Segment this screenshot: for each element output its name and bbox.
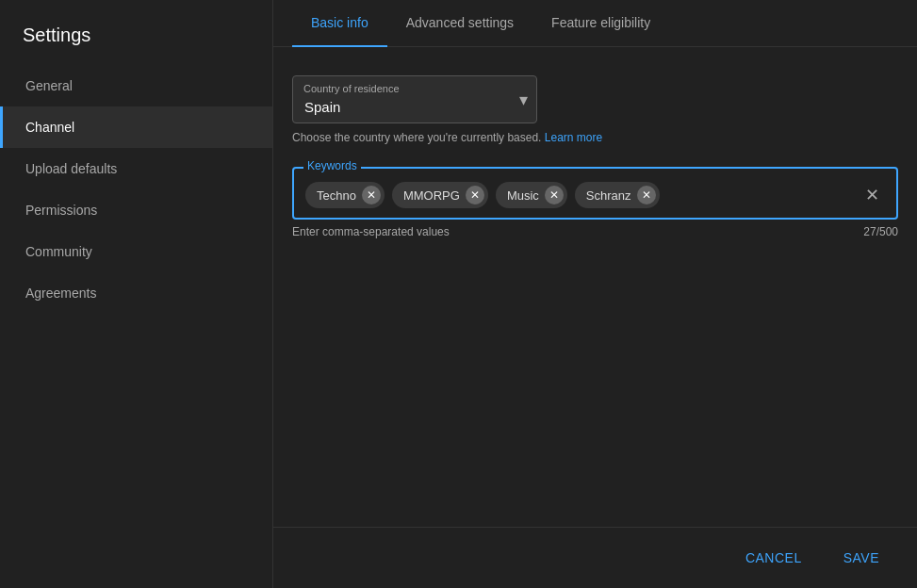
country-field-group: Country of residence Spain United States… [292, 75, 898, 144]
keywords-text-input[interactable] [667, 188, 851, 203]
keywords-count: 27/500 [863, 225, 898, 238]
chip-remove-techno[interactable]: ✕ [362, 186, 381, 204]
sidebar-item-label-general: General [25, 78, 73, 93]
tab-basic-info[interactable]: Basic info [292, 0, 387, 47]
action-bar: CANCEL SAVE [273, 527, 917, 588]
sidebar-item-label-agreements: Agreements [25, 286, 96, 301]
chip-label-techno: Techno [317, 188, 356, 203]
country-select[interactable]: Spain United States United Kingdom Germa… [292, 75, 537, 123]
tabs-bar: Basic info Advanced settings Feature eli… [273, 0, 917, 47]
learn-more-link[interactable]: Learn more [545, 131, 602, 144]
keywords-hint: Enter comma-separated values [292, 225, 450, 238]
keyword-chip-schranz: Schranz ✕ [575, 182, 660, 208]
chip-label-mmorpg: MMORPG [403, 188, 460, 203]
country-helper-text: Choose the country where you're currentl… [292, 131, 898, 144]
sidebar-item-label-upload-defaults: Upload defaults [25, 161, 117, 176]
chip-remove-schranz[interactable]: ✕ [637, 186, 656, 204]
keywords-input-row: Techno ✕ MMORPG ✕ Music ✕ [305, 182, 885, 208]
sidebar-item-permissions[interactable]: Permissions [0, 189, 272, 231]
main-layout: Settings General Channel Upload defaults… [0, 0, 917, 588]
sidebar-item-channel[interactable]: Channel [0, 106, 272, 148]
sidebar-item-agreements[interactable]: Agreements [0, 272, 272, 314]
chip-remove-music[interactable]: ✕ [545, 186, 564, 204]
sidebar-item-label-permissions: Permissions [25, 203, 97, 218]
sidebar-item-community[interactable]: Community [0, 231, 272, 272]
keyword-chip-techno: Techno ✕ [305, 182, 385, 208]
sidebar-item-upload-defaults[interactable]: Upload defaults [0, 148, 272, 189]
keywords-field-group: Keywords Techno ✕ MMORPG ✕ Mu [292, 167, 898, 238]
chip-label-music: Music [507, 188, 539, 203]
app-container: Settings General Channel Upload defaults… [0, 0, 917, 588]
sidebar-title: Settings [0, 9, 272, 65]
keyword-chip-mmorpg: MMORPG ✕ [392, 182, 488, 208]
sidebar-item-label-channel: Channel [25, 120, 74, 135]
tab-feature-eligibility[interactable]: Feature eligibility [532, 0, 669, 47]
cancel-button[interactable]: CANCEL [730, 543, 817, 573]
chip-label-schranz: Schranz [586, 188, 631, 203]
tab-content: Country of residence Spain United States… [273, 47, 917, 527]
keywords-clear-all-button[interactable]: ✕ [859, 182, 885, 208]
sidebar: Settings General Channel Upload defaults… [0, 0, 273, 588]
keywords-box: Keywords Techno ✕ MMORPG ✕ Mu [292, 167, 898, 220]
keyword-chip-music: Music ✕ [496, 182, 567, 208]
tab-advanced-settings[interactable]: Advanced settings [387, 0, 532, 47]
sidebar-item-label-community: Community [25, 244, 92, 259]
save-button[interactable]: SAVE [828, 543, 894, 573]
keywords-label: Keywords [303, 159, 361, 172]
country-select-wrapper: Country of residence Spain United States… [292, 75, 537, 123]
content-area: Basic info Advanced settings Feature eli… [273, 0, 917, 588]
sidebar-item-general[interactable]: General [0, 65, 272, 106]
chip-remove-mmorpg[interactable]: ✕ [466, 186, 484, 204]
keywords-footer: Enter comma-separated values 27/500 [292, 225, 898, 238]
